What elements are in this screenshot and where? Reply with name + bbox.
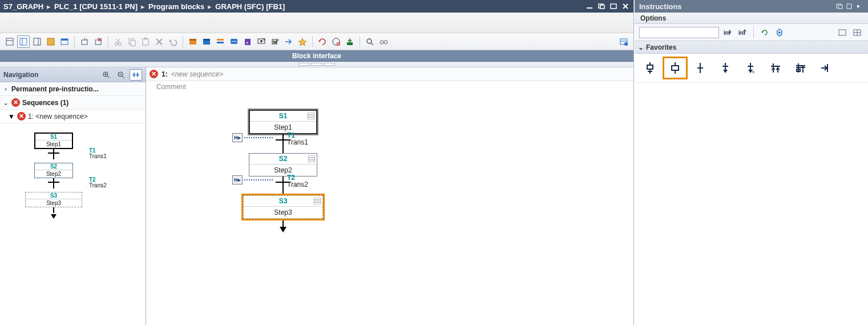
close-branch-icon[interactable] [815,58,837,78]
jump-icon[interactable]: s [740,58,761,78]
arrow-down-icon [280,227,286,232]
tb-search[interactable] [364,35,376,48]
tb-copy[interactable] [126,35,138,48]
tb-view-1[interactable] [3,35,16,48]
sequence-end-icon[interactable] [714,58,736,78]
svg-rect-36 [217,39,224,41]
zoom-in-button[interactable] [100,69,112,81]
actions-table-icon[interactable] [314,198,321,204]
tb-cut[interactable] [112,35,124,48]
svg-line-64 [107,76,110,78]
tb-delete[interactable] [153,35,165,48]
svg-point-84 [778,31,781,34]
editor-toolbar: + ± ± W± [0,33,633,50]
block-interface-header[interactable]: Block interface [0,50,633,62]
sequence-comment[interactable]: Comment [146,81,633,93]
nav-row-sequences[interactable]: ⌄ ✕ Sequences (1) [0,96,146,110]
step-box-3[interactable]: S3 Step3 [243,195,323,219]
zoom-out-button[interactable] [115,69,127,81]
nav-row-pre-instructions[interactable]: › Permanent pre-instructio... [0,82,146,96]
svg-rect-28 [143,39,148,45]
mini-step-1[interactable]: S1 Step1 [34,133,73,149]
restore-button[interactable] [596,2,606,10]
svg-text:±: ± [277,38,279,42]
tb-props[interactable] [617,35,630,48]
tb-monitor[interactable]: ± [255,35,268,48]
minimize-button[interactable] [584,2,594,10]
actions-table-icon[interactable] [308,155,315,162]
interlock-hook-2[interactable]: H▸ [232,175,273,184]
tb-view-5[interactable] [58,35,71,48]
crumb-3[interactable]: GRAPH (SFC) [FB1] [215,2,285,11]
panel-pin-button[interactable] [844,2,854,10]
tb-watch[interactable]: W± [269,35,281,48]
sequence-number: 1: [162,70,168,78]
graph-canvas[interactable]: S1 Step1 T1Trans1 H▸ [146,93,633,325]
version-button[interactable] [773,26,786,39]
options-header[interactable]: Options [635,13,868,24]
tb-network-3[interactable] [214,35,227,48]
tb-insert-step[interactable]: + [78,35,91,48]
crumb-0[interactable]: S7_GRAPH [3,2,43,11]
favorites-header[interactable]: ⌄ Favorites [635,41,868,54]
instruction-search-input[interactable] [639,27,719,38]
crumb-1[interactable]: PLC_1 [CPU 1511-1 PN] [54,2,138,11]
tb-sync[interactable] [316,35,329,48]
tb-undo[interactable] [167,35,179,48]
tb-paste[interactable] [139,35,152,48]
step-icon[interactable] [664,58,686,78]
layout-2-button[interactable] [851,26,863,39]
instructions-body [635,83,868,325]
crumb-2[interactable]: Program blocks [148,2,204,11]
transition-icon[interactable] [689,58,711,78]
panel-restore-button[interactable] [834,2,844,10]
filter-button-1[interactable]: ini [721,26,734,39]
tb-network-1[interactable] [187,35,199,48]
panel-collapse-button[interactable] [854,2,863,10]
mini-step-3[interactable]: S3 Step3 [25,192,82,207]
svg-text:±: ± [246,40,249,45]
tb-sync-err[interactable] [330,35,342,48]
instructions-titlebar: Instructions [635,0,868,13]
tb-fav-add[interactable] [296,35,309,48]
sync-view-button[interactable] [130,69,142,81]
svg-point-62 [624,42,628,46]
filter-button-2[interactable]: ini [736,26,749,39]
chevron-right-icon: › [2,85,9,93]
tb-db[interactable]: ± [241,35,254,48]
alternative-branch-icon[interactable] [765,58,786,78]
tb-view-3[interactable] [31,35,43,48]
simultaneous-branch-icon[interactable] [790,58,812,78]
tb-view-4[interactable] [45,35,57,48]
nav-title: Navigation [3,71,38,79]
svg-rect-6 [6,38,13,45]
layout-1-button[interactable] [836,26,849,39]
close-button[interactable] [620,2,630,10]
tb-delete-step[interactable] [92,35,104,48]
tb-view-2[interactable] [17,35,30,48]
refresh-libs-button[interactable] [758,26,771,39]
svg-rect-8 [20,38,27,45]
sequence-name[interactable]: <new sequence> [171,70,223,78]
tb-download[interactable] [344,35,356,48]
maximize-button[interactable] [608,2,618,10]
svg-rect-90 [647,65,653,69]
step-box-2[interactable]: S2 Step2 [249,153,317,176]
interlock-hook-1[interactable]: H▸ [232,133,273,142]
tb-comment[interactable] [228,35,240,48]
editor-titlebar: S7_GRAPH ▸ PLC_1 [CPU 1511-1 PN] ▸ Progr… [0,0,633,13]
tb-goto[interactable] [282,35,295,48]
favorites-body: s [635,54,868,83]
block-interface-grip[interactable] [0,62,633,67]
tb-glasses[interactable] [377,35,390,48]
nav-row-sequence-1[interactable]: ▼ ✕ 1: <new sequence> [0,110,146,123]
tb-network-2[interactable] [200,35,213,48]
error-icon: ✕ [17,112,26,121]
svg-rect-73 [308,155,315,162]
mini-step-2[interactable]: S2 Step2 [34,163,73,178]
actions-table-icon[interactable] [308,113,314,119]
error-icon: ✕ [11,98,20,107]
step-and-transition-icon[interactable] [639,58,661,78]
step-box-1[interactable]: S1 Step1 [249,110,317,134]
sequence-header[interactable]: ✕ 1: <new sequence> [146,67,633,81]
